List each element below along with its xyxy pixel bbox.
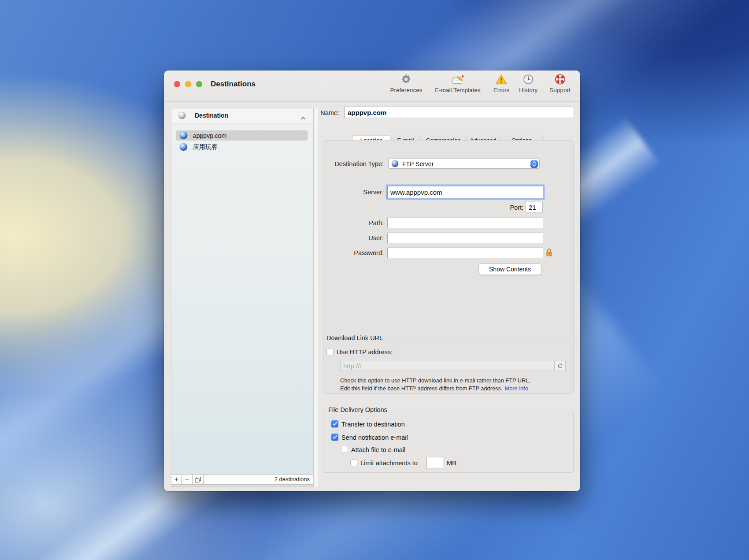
destination-type-select[interactable]: FTP Server — [388, 159, 540, 169]
popup-stepper-icon — [530, 160, 538, 168]
sidebar-group-header[interactable]: Destination — [171, 108, 313, 123]
zoom-button[interactable] — [196, 81, 202, 87]
clock-icon — [523, 72, 534, 86]
toolbar-label: Preferences — [390, 87, 423, 93]
toolbar-label: E-mail Templates — [435, 87, 480, 93]
warning-icon — [495, 72, 508, 86]
name-label: Name: — [313, 109, 339, 116]
globe-gray-icon — [178, 112, 185, 119]
http-help-line1: Check this option to use HTTP download l… — [340, 377, 530, 384]
destination-count: 2 destinations — [204, 475, 313, 484]
server-label: Server: — [323, 189, 384, 196]
send-notification-email-label: Send notification e-mail — [341, 434, 408, 441]
limit-attachments-checkbox[interactable] — [350, 459, 357, 466]
globe-icon — [392, 160, 398, 167]
path-label: Path: — [323, 219, 384, 226]
use-http-address-checkbox[interactable] — [326, 348, 334, 355]
toolbar-support-button[interactable]: Support — [549, 72, 570, 93]
globe-icon — [180, 132, 187, 139]
server-input[interactable] — [387, 186, 543, 198]
sidebar-item-label: 应用玩客 — [193, 143, 218, 151]
attachment-limit-input[interactable] — [426, 457, 443, 468]
download-link-url-title: Download Link URL — [326, 334, 383, 341]
toolbar-errors-button[interactable]: Errors — [493, 72, 510, 93]
globe-icon — [180, 143, 187, 151]
sidebar-item-apppvp[interactable]: apppvp.com — [176, 130, 308, 141]
sidebar-item-label: apppvp.com — [193, 132, 226, 139]
user-label: User: — [323, 234, 384, 241]
sidebar-footer-bar: + − 2 destinations — [171, 474, 313, 485]
chevron-up-icon[interactable] — [300, 114, 306, 122]
password-input[interactable] — [387, 248, 543, 258]
port-input[interactable] — [526, 202, 543, 212]
duplicate-destination-button[interactable] — [193, 475, 204, 484]
use-http-address-label: Use HTTP address: — [337, 349, 393, 356]
toolbar-label: Errors — [493, 87, 510, 93]
attach-file-to-email-label: Attach file to e-mail — [351, 446, 405, 453]
destination-type-value: FTP Server — [402, 160, 434, 167]
window-title: Destinations — [211, 80, 256, 89]
email-template-icon — [451, 72, 464, 86]
desktop: { "colors": { "accent_blue": "#2f7cf6", … — [0, 0, 749, 560]
attach-file-to-email-checkbox[interactable] — [341, 446, 348, 453]
mb-unit-label: MB — [447, 460, 456, 467]
limit-attachments-label: Limit attachments to — [360, 460, 418, 467]
name-input[interactable] — [344, 107, 573, 118]
show-contents-button[interactable]: Show Contents — [478, 263, 541, 275]
sidebar-group-title: Destination — [195, 112, 228, 119]
titlebar[interactable]: Destinations Preferences — [164, 70, 580, 102]
http-address-input[interactable] — [340, 361, 555, 371]
destinations-window: Destinations Preferences — [164, 70, 580, 491]
sidebar-item-yingyongwanke[interactable]: 应用玩客 — [176, 142, 308, 152]
password-label: Password: — [323, 249, 384, 256]
file-delivery-options-title: File Delivery Options — [326, 406, 389, 413]
http-help-line2: Edit this field if the base HTTP address… — [340, 385, 528, 392]
location-panel: Destination Type: FTP Server Server: Por… — [323, 140, 574, 394]
minimize-button[interactable] — [185, 81, 191, 87]
lock-icon — [546, 248, 552, 259]
transfer-to-destination-checkbox[interactable] — [331, 420, 338, 427]
toolbar-label: History — [519, 87, 538, 93]
path-input[interactable] — [387, 218, 543, 228]
port-label: Port: — [486, 204, 523, 211]
add-destination-button[interactable]: + — [171, 475, 182, 484]
more-info-link[interactable]: More info — [504, 385, 528, 392]
destinations-sidebar: Destination apppvp.com 应用玩客 + − 2 destin… — [171, 108, 314, 487]
lifebuoy-icon — [554, 72, 566, 86]
gear-icon — [400, 72, 412, 86]
http-help-line2-text: Edit this field if the base HTTP address… — [340, 385, 502, 392]
refresh-url-button[interactable] — [555, 361, 566, 371]
section-divider — [388, 338, 568, 338]
transfer-to-destination-label: Transfer to destination — [341, 421, 405, 428]
close-button[interactable] — [174, 81, 180, 87]
divider — [191, 111, 191, 120]
toolbar-email-templates-button[interactable]: E-mail Templates — [435, 72, 480, 93]
sidebar-gutter — [314, 108, 318, 487]
remove-destination-button[interactable]: − — [182, 475, 193, 484]
file-delivery-options-panel: File Delivery Options Transfer to destin… — [323, 410, 574, 473]
user-input[interactable] — [387, 233, 543, 243]
toolbar-label: Support — [549, 87, 570, 93]
destination-type-label: Destination Type: — [323, 160, 384, 167]
toolbar-history-button[interactable]: History — [519, 72, 538, 93]
toolbar-preferences-button[interactable]: Preferences — [390, 72, 423, 93]
send-notification-email-checkbox[interactable] — [331, 434, 338, 441]
